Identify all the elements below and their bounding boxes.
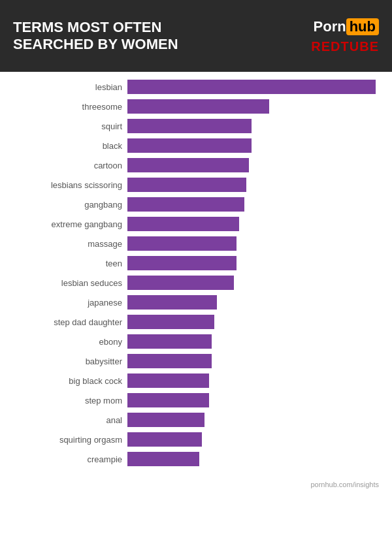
bar-track — [127, 373, 379, 388]
bar-label: lesbian seduces — [0, 278, 127, 288]
bar-label: japanese — [0, 298, 127, 308]
bar-fill — [127, 119, 252, 133]
bar-label: gangbang — [0, 200, 127, 210]
bar-track — [127, 217, 379, 231]
bar-label: teen — [0, 259, 127, 268]
bar-row: lesbians scissoring — [0, 176, 379, 193]
bar-track — [127, 80, 379, 94]
bar-track — [127, 295, 379, 310]
bar-row: squirting orgasm — [0, 431, 379, 448]
bar-label: babysitter — [0, 357, 127, 366]
bar-track — [127, 119, 379, 133]
bar-track — [127, 138, 379, 153]
bar-fill — [127, 99, 269, 114]
bar-row: anal — [0, 411, 379, 428]
bar-row: cartoon — [0, 157, 379, 174]
bar-fill — [127, 158, 249, 172]
bar-row: japanese — [0, 294, 379, 311]
bar-fill — [127, 256, 237, 270]
bar-fill — [127, 217, 239, 231]
bar-track — [127, 178, 379, 192]
bar-track — [127, 393, 379, 407]
bar-label: lesbian — [0, 82, 127, 92]
bar-fill — [127, 452, 199, 466]
bar-track — [127, 452, 379, 466]
bar-row: massage — [0, 235, 379, 252]
bar-fill — [127, 393, 209, 407]
bar-fill — [127, 178, 246, 192]
bar-fill — [127, 334, 212, 349]
pornhub-porn: Porn — [314, 18, 346, 35]
logos: Pornhub REDTUBE — [311, 18, 379, 54]
bar-row: creampie — [0, 451, 379, 468]
bar-track — [127, 315, 379, 329]
bar-track — [127, 413, 379, 427]
bar-row: big black cock — [0, 372, 379, 389]
page-title: TERMS MOST OFTEN SEARCHED BY WOMEN — [13, 19, 222, 54]
bar-label: cartoon — [0, 161, 127, 170]
bar-track — [127, 158, 379, 172]
bar-track — [127, 236, 379, 251]
footer-note: pornhub.com/insights — [0, 477, 392, 491]
bar-label: big black cock — [0, 376, 127, 386]
bar-label: step dad daughter — [0, 317, 127, 327]
bar-track — [127, 432, 379, 447]
bar-track — [127, 99, 379, 114]
redtube-logo: REDTUBE — [311, 39, 379, 54]
bar-fill — [127, 276, 234, 290]
bar-row: threesome — [0, 98, 379, 115]
bar-fill — [127, 295, 217, 310]
bar-row: lesbian — [0, 78, 379, 95]
bar-fill — [127, 236, 237, 251]
bar-fill — [127, 80, 376, 94]
bar-track — [127, 256, 379, 270]
bar-fill — [127, 373, 209, 388]
bar-label: black — [0, 141, 127, 151]
bar-label: ebony — [0, 337, 127, 347]
bar-fill — [127, 197, 244, 212]
bar-label: squirting orgasm — [0, 435, 127, 445]
bar-label: threesome — [0, 102, 127, 112]
bar-row: teen — [0, 255, 379, 272]
bar-fill — [127, 315, 214, 329]
bar-row: gangbang — [0, 196, 379, 213]
bar-track — [127, 354, 379, 368]
bar-row: black — [0, 137, 379, 154]
bar-label: anal — [0, 415, 127, 425]
bar-label: massage — [0, 239, 127, 249]
bar-label: step mom — [0, 396, 127, 405]
pornhub-hub: hub — [346, 18, 379, 35]
bar-row: extreme gangbang — [0, 215, 379, 232]
footer-note-text: pornhub.com/insights — [310, 481, 379, 488]
bar-label: lesbians scissoring — [0, 180, 127, 190]
bar-label: creampie — [0, 454, 127, 464]
bar-label: squirt — [0, 121, 127, 131]
bar-row: lesbian seduces — [0, 274, 379, 291]
bar-label: extreme gangbang — [0, 219, 127, 229]
bar-row: ebony — [0, 333, 379, 350]
bar-fill — [127, 138, 252, 153]
bar-row: step mom — [0, 392, 379, 409]
bar-row: step dad daughter — [0, 313, 379, 330]
bar-fill — [127, 432, 202, 447]
bar-row: babysitter — [0, 353, 379, 370]
bar-track — [127, 334, 379, 349]
bar-fill — [127, 354, 212, 368]
pornhub-logo: Pornhub — [314, 18, 379, 35]
header: TERMS MOST OFTEN SEARCHED BY WOMEN Pornh… — [0, 0, 392, 72]
bar-fill — [127, 413, 204, 427]
chart-area: lesbianthreesomesquirtblackcartoonlesbia… — [0, 72, 392, 477]
bar-row: squirt — [0, 118, 379, 135]
bar-track — [127, 276, 379, 290]
redtube-text: REDTUBE — [311, 39, 379, 54]
bar-track — [127, 197, 379, 212]
